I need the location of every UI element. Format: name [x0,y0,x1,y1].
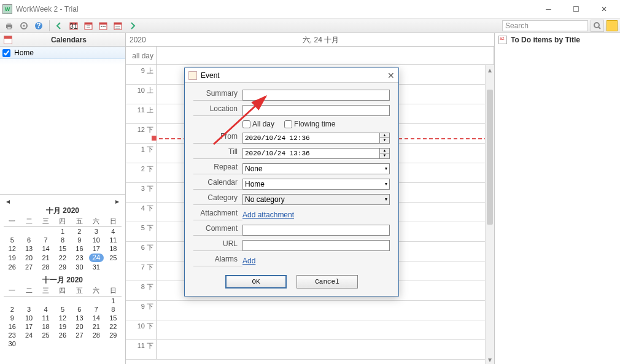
calendar-checkbox-home[interactable] [2,49,10,57]
prev-month[interactable]: ◂ [6,197,10,206]
category-select[interactable]: No category▾ [242,194,390,205]
summary-input[interactable] [242,90,390,101]
mini-cal-day[interactable]: 1 [54,227,71,236]
mini-cal-day[interactable]: 8 [54,236,71,244]
mini-cal-day[interactable]: 26 [54,331,71,339]
till-input[interactable] [242,148,380,159]
mini-cal-day[interactable]: 25 [105,253,122,263]
flowing-time-checkbox[interactable]: Flowing time [284,120,335,128]
mini-cal-day[interactable]: 8 [105,305,122,314]
hour-row[interactable]: 10 下 [126,320,485,340]
vertical-scrollbar[interactable]: ▴ ▾ [485,65,494,364]
mini-cal-day[interactable]: 29 [105,331,122,339]
mini-cal-day[interactable] [54,339,71,348]
mini-cal-day[interactable]: 28 [88,331,104,339]
search-input[interactable] [502,20,588,31]
mini-cal-day[interactable]: 18 [105,244,122,253]
mini-cal-day[interactable]: 17 [88,244,104,253]
mini-cal-day[interactable]: 10 [20,314,37,322]
cal-day-button[interactable]: 31 [67,20,80,32]
mini-cal-day[interactable]: 29 [54,263,71,271]
mini-cal-day[interactable]: 5 [54,305,71,314]
mini-cal-day[interactable]: 12 [54,314,71,322]
mini-cal-day[interactable]: 15 [105,314,122,322]
mini-cal-day[interactable] [54,296,71,306]
repeat-select[interactable]: None▾ [242,163,390,174]
scroll-thumb[interactable] [487,90,493,225]
mini-cal-day[interactable]: 10 [88,236,104,244]
mini-cal-day[interactable] [37,296,54,306]
mini-cal-day[interactable]: 27 [71,331,88,339]
mini-cal-day[interactable]: 11 [37,314,54,322]
till-spinner[interactable]: ▲▼ [380,148,390,159]
mini-cal-day[interactable] [37,227,54,236]
mini-cal-day[interactable]: 20 [71,322,88,331]
mini-cal-day[interactable] [4,296,20,306]
mini-cal-day[interactable] [88,339,104,348]
dialog-close-button[interactable]: ✕ [387,71,395,80]
mini-cal-day[interactable]: 3 [20,305,37,314]
next-month[interactable]: ▸ [115,197,119,206]
mini-cal-day[interactable]: 21 [37,253,54,263]
mini-cal-day[interactable]: 1 [105,296,122,306]
cal-month-button[interactable] [96,20,110,32]
mini-cal-day[interactable]: 9 [71,236,88,244]
cal-week-button[interactable] [82,20,95,32]
mini-cal-day[interactable]: 6 [20,236,37,244]
dialog-titlebar[interactable]: Event ✕ [185,68,398,83]
mini-cal-day[interactable] [71,296,88,306]
from-spinner[interactable]: ▲▼ [380,133,390,144]
mini-cal-day[interactable]: 23 [71,253,88,263]
mini-cal-day[interactable]: 12 [4,244,20,253]
todo-header[interactable]: To Do items by Title [495,33,620,47]
mini-cal-day[interactable]: 13 [20,244,37,253]
settings-button[interactable] [17,20,31,32]
mini-cal-day[interactable]: 2 [71,227,88,236]
mini-cal-day[interactable]: 7 [88,305,104,314]
mini-cal-day[interactable] [20,227,37,236]
prev-button[interactable] [52,20,66,32]
notes-button[interactable] [606,20,618,31]
url-input[interactable] [242,240,390,251]
scroll-down-arrow[interactable]: ▾ [486,355,494,364]
mini-cal-day[interactable]: 23 [4,331,20,339]
mini-cal-day[interactable]: 2 [4,305,20,314]
add-alarm-link[interactable]: Add [242,257,255,265]
mini-cal-day[interactable]: 19 [4,253,20,263]
from-input[interactable] [242,133,380,144]
hour-row[interactable]: 11 下 [126,340,485,360]
mini-cal-day[interactable] [37,339,54,348]
mini-cal-day[interactable]: 6 [71,305,88,314]
mini-cal-day[interactable]: 25 [37,331,54,339]
mini-cal-day[interactable] [71,339,88,348]
maximize-button[interactable]: ☐ [562,1,590,18]
minimize-button[interactable]: ─ [535,1,562,18]
all-day-row[interactable]: all day [126,47,494,65]
mini-cal-day[interactable]: 17 [20,322,37,331]
close-button[interactable]: ✕ [590,1,618,18]
mini-cal-day[interactable]: 22 [105,322,122,331]
mini-cal-day[interactable]: 20 [20,253,37,263]
mini-cal-day[interactable]: 4 [37,305,54,314]
mini-cal-day[interactable]: 24 [88,253,104,263]
mini-cal-day[interactable] [20,339,37,348]
mini-cal-day[interactable]: 30 [4,339,20,348]
next-button[interactable] [126,20,139,32]
mini-cal-day[interactable]: 18 [37,322,54,331]
mini-cal-day[interactable]: 22 [54,253,71,263]
comment-input[interactable] [242,225,390,236]
mini-cal-day[interactable]: 26 [4,263,20,271]
mini-cal-day[interactable]: 9 [4,314,20,322]
location-input[interactable] [242,105,390,116]
mini-cal-day[interactable]: 15 [54,244,71,253]
mini-cal-day[interactable] [20,296,37,306]
mini-cal-day[interactable]: 7 [37,236,54,244]
cancel-button[interactable]: Cancel [296,275,358,288]
mini-cal-day[interactable]: 30 [71,263,88,271]
mini-cal-day[interactable]: 24 [20,331,37,339]
mini-cal-day[interactable]: 19 [54,322,71,331]
all-day-checkbox[interactable]: All day [242,120,274,128]
mini-cal-day[interactable]: 21 [88,322,104,331]
mini-cal-day[interactable] [88,296,104,306]
mini-cal-day[interactable]: 14 [88,314,104,322]
